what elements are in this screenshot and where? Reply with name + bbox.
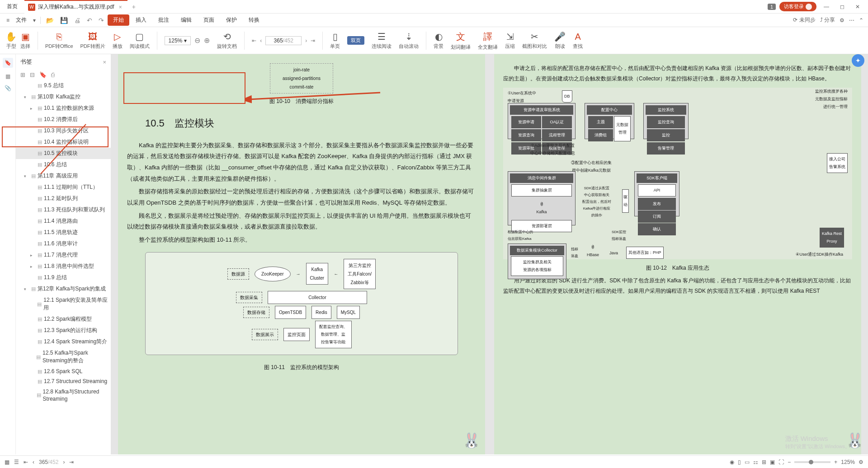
settings-icon[interactable]: ⚙	[840, 17, 844, 23]
bookmark-item[interactable]: ▤11.5 消息轨迹	[16, 227, 111, 238]
bookmark-item[interactable]: ▸▤11.7 消息代理	[16, 249, 111, 261]
bookmark-item[interactable]: ▤12.2 Spark编程模型	[16, 314, 111, 325]
bookmark-item[interactable]: ▾▤第10章 Kafka监控	[16, 91, 111, 103]
tab-document[interactable]: W 深入理解Kafka...与实践原理.pdf ×	[24, 0, 127, 14]
zoom-select[interactable]: 125% ▾	[165, 36, 191, 45]
bookmark-item[interactable]: ▤10.5 监控模块	[16, 148, 111, 159]
read-mode[interactable]: ▢阅读模式	[130, 31, 150, 50]
close-window-icon[interactable]: ✕	[852, 4, 863, 10]
expand-all-icon[interactable]: ⊞	[20, 71, 25, 78]
tab-annotate[interactable]: 批注	[153, 16, 175, 24]
collapse-ribbon-icon[interactable]: ⌃	[859, 17, 863, 23]
bookmark-item[interactable]: ▤9.5 总结	[16, 80, 111, 91]
bookmark-item[interactable]: ▤12.7 Structured Streaming	[16, 376, 111, 386]
auto-scroll[interactable]: ⇣自动滚动	[399, 31, 419, 50]
next-page-icon[interactable]: ›	[305, 37, 307, 44]
bookmark-item[interactable]: ▤11.3 死信队列和重试队列	[16, 204, 111, 215]
select-tool[interactable]: ▣选择	[20, 31, 30, 50]
document-viewport[interactable]: join-rate assigned-partitions commit-rat…	[111, 54, 868, 454]
bookmark-item[interactable]: ▤10.3 同步失效分区	[16, 125, 111, 136]
add-tab-button[interactable]: +	[127, 3, 140, 10]
save-icon[interactable]: 💾	[57, 17, 71, 24]
undo-icon[interactable]: ↶	[84, 17, 95, 24]
tab-edit[interactable]: 编辑	[175, 16, 197, 24]
tab-page[interactable]: 页面	[198, 16, 220, 24]
share-button[interactable]: ⤴ 分享	[820, 16, 835, 24]
bookmark-item[interactable]: ▤11.2 延时队列	[16, 193, 111, 204]
pdf-to-image[interactable]: 🖼PDF转图片	[80, 32, 105, 50]
bookmark-item[interactable]: ▤11.4 消息路由	[16, 215, 111, 227]
bookmark-item[interactable]: ▤12.3 Spark的运行结构	[16, 325, 111, 336]
minimize-icon[interactable]: ―	[820, 4, 833, 10]
thumbnail-tab-icon[interactable]: ▦	[5, 73, 10, 80]
avatar-icon	[806, 4, 812, 10]
read-aloud[interactable]: 🎤朗读	[554, 31, 566, 50]
file-menu[interactable]: 文件	[12, 16, 30, 24]
find[interactable]: A查找	[573, 32, 583, 50]
bookmark-add-icon[interactable]: ⎙	[51, 71, 55, 78]
bookmark-item[interactable]: ▤11.1 过期时间（TTL）	[16, 182, 111, 193]
notification-badge[interactable]: 1	[768, 4, 776, 10]
last-page-icon[interactable]: ⇥	[311, 37, 315, 44]
zoom-in-icon[interactable]: ⊕	[204, 36, 210, 45]
sidebar-tabs: 🔖 ▦ 📎	[0, 54, 16, 454]
paragraph: 顾名思义，数据展示是将经过预处理的、存储的数据展示到监控页面上，以便提供丰富的 …	[127, 211, 476, 233]
sync-status[interactable]: ⟳ 未同步	[793, 16, 815, 24]
zoom-out-icon[interactable]: ⊖	[194, 36, 200, 45]
bookmark-item[interactable]: ▾▤第11章 高级应用	[16, 170, 111, 182]
redo-icon[interactable]: ↷	[96, 17, 107, 24]
bookmark-item[interactable]: ▸▤11.8 消息中间件选型	[16, 261, 111, 272]
open-icon[interactable]: 📂	[43, 17, 57, 24]
continuous-read[interactable]: ☰连续阅读	[372, 31, 392, 50]
bookmark-item[interactable]: ▤10.2 消费滞后	[16, 114, 111, 125]
figure-10-10-caption: 图 10-10 消费端部分指标	[127, 96, 476, 107]
tab-start[interactable]: 开始	[108, 14, 129, 26]
print-icon[interactable]: 🖨	[71, 17, 83, 24]
bookmark-item[interactable]: ▸▤10.1 监控数据的来源	[16, 103, 111, 114]
close-panel-icon[interactable]: ×	[103, 59, 106, 66]
tab-insert[interactable]: 插入	[130, 16, 152, 24]
dict-translate[interactable]: 文划词翻译	[451, 31, 471, 51]
bookmark-item[interactable]: ▤10.4 监控指标说明	[16, 136, 111, 148]
double-page[interactable]: 双页	[347, 36, 364, 45]
tab-convert[interactable]: 转换	[243, 16, 265, 24]
bookmark-item[interactable]: ▤12.5 Kafka与Spark Streaming的整合	[16, 347, 111, 366]
tab-home[interactable]: 首页	[0, 0, 24, 14]
bookmark-item[interactable]: ▤10.6 总结	[16, 159, 111, 170]
bookmark-item[interactable]: ▤12.1 Spark的安装及简单应用	[16, 295, 111, 314]
background[interactable]: ◐背景	[434, 31, 443, 50]
first-page-icon[interactable]: ⇤	[252, 37, 256, 44]
document-title: 深入理解Kafka...与实践原理.pdf	[38, 3, 114, 11]
bookmark-tab-icon[interactable]: 🔖	[3, 58, 13, 68]
chevron-down-icon[interactable]: ▾	[31, 17, 38, 23]
hand-tool[interactable]: ✋手型	[5, 31, 17, 50]
close-tab-icon[interactable]: ×	[117, 4, 124, 10]
menu-icon[interactable]: ≡	[5, 17, 11, 23]
paragraph: 数据存储指将采集的原始数据经过一定的预处理后进行相应的存储，方便数据清洗（这个步…	[127, 186, 476, 208]
play-button[interactable]: ▷播放	[113, 31, 123, 50]
bookmark-list[interactable]: ▤9.5 总结▾▤第10章 Kafka监控▸▤10.1 监控数据的来源▤10.2…	[16, 80, 111, 454]
tab-protect[interactable]: 保护	[221, 16, 242, 24]
bookmark-icon[interactable]: 🔖	[39, 71, 47, 78]
maximize-icon[interactable]: ◻	[836, 4, 848, 10]
screenshot-compare[interactable]: ✂截图和对比	[522, 31, 547, 50]
bookmark-item[interactable]: ▤12.8 Kafka与Structured Streaming	[16, 386, 111, 404]
more-icon[interactable]: ⋯	[849, 17, 854, 23]
full-translate[interactable]: 譯全文翻译	[478, 31, 498, 51]
page-right: 申请之后，将相应的配置信息存储在配置中心，然后由配置中心负责创建相应的 Kafk…	[494, 54, 861, 454]
bookmark-item[interactable]: ▾▤第12章 Kafka与Spark的集成	[16, 283, 111, 295]
attachment-tab-icon[interactable]: 📎	[5, 85, 11, 91]
pdf-to-office[interactable]: ⎘PDF转Office	[45, 32, 73, 50]
guest-login-button[interactable]: 访客登录	[779, 2, 816, 11]
bookmark-item[interactable]: ▤11.6 消息审计	[16, 238, 111, 249]
collapse-all-icon[interactable]: ⊟	[30, 71, 35, 78]
compress[interactable]: ⇲压缩	[505, 31, 515, 50]
page-input[interactable]: 365/452	[265, 36, 302, 45]
floating-assist-button[interactable]: ✦	[852, 54, 864, 67]
bookmark-item[interactable]: ▤12.6 Spark SQL	[16, 366, 111, 376]
single-page[interactable]: ▯单页	[330, 31, 340, 50]
bookmark-item[interactable]: ▤11.9 总结	[16, 272, 111, 283]
bookmark-item[interactable]: ▤12.4 Spark Streaming简介	[16, 336, 111, 347]
rotate-doc[interactable]: ⟲旋转文档	[217, 31, 237, 50]
prev-page-icon[interactable]: ‹	[260, 37, 262, 44]
